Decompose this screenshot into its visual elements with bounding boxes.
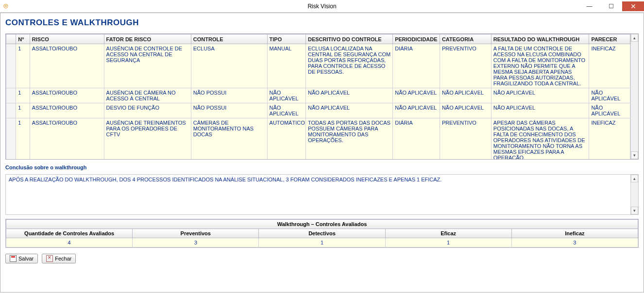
col-fator[interactable]: FATOR DE RISCO	[104, 34, 191, 44]
app-icon: ⊜	[3, 2, 11, 10]
cell-resultado[interactable]: NÃO APLICÁVEL	[491, 103, 589, 118]
summary-col-eficaz: Eficaz	[385, 229, 511, 238]
cell-tipo[interactable]: NÃO APLICÁVEL	[267, 88, 305, 103]
save-icon	[10, 255, 17, 262]
row-gutter[interactable]	[6, 88, 16, 103]
summary-container: Walkthrough – Controles Avaliados Quanti…	[5, 219, 639, 248]
col-controle[interactable]: CONTROLE	[191, 34, 267, 44]
conclusion-text: APÓS A REALIZAÇÃO DO WALKTHROUGH, DOS 4 …	[6, 175, 630, 184]
table-row[interactable]: 1ASSALTO/ROUBOAUSÊNCIA DE CÂMERA NO ACES…	[6, 88, 630, 103]
cell-fator[interactable]: AUSÊNCIA DE CONTROLE DE ACESSO NA CENTRA…	[104, 44, 191, 88]
cell-periodicidade[interactable]: NÃO APLICÁVEL	[393, 103, 440, 118]
cell-tipo[interactable]: NÃO APLICÁVEL	[267, 103, 305, 118]
cell-parecer[interactable]: NÃO APLICÁVEL	[589, 88, 630, 103]
window-title: Risk Vision	[307, 3, 336, 10]
cell-resultado[interactable]: APESAR DAS CÂMERAS POSICIONADAS NAS DOCA…	[491, 118, 589, 160]
scroll-down-icon[interactable]: ▾	[631, 151, 638, 159]
cell-periodicidade[interactable]: NÃO APLICÁVEL	[393, 88, 440, 103]
cell-controle[interactable]: NÃO POSSUI	[191, 103, 267, 118]
cell-risco[interactable]: ASSALTO/ROUBO	[30, 88, 104, 103]
conclusion-label: Conclusão sobre o walkthrough	[5, 164, 639, 170]
cell-descritivo[interactable]: ECLUSA LOCALIZADA NA CENTRAL DE SEGURANÇ…	[305, 44, 392, 88]
cell-no[interactable]: 1	[16, 118, 30, 160]
cell-fator[interactable]: AUSÊNCIA DE CÂMERA NO ACESSO À CENTRAL	[104, 88, 191, 103]
window-titlebar: ⊜ Risk Vision — ☐ ✕	[0, 0, 644, 13]
save-button[interactable]: Salvar	[5, 254, 38, 263]
cell-tipo[interactable]: AUTOMÁTICO	[267, 118, 305, 160]
summary-val-preventivos: 3	[133, 238, 259, 247]
cell-categoria[interactable]: NÃO APLICÁVEL	[440, 88, 491, 103]
scroll-up-icon[interactable]: ▴	[631, 34, 638, 42]
summary-col-detectivos: Detectivos	[259, 229, 385, 238]
summary-val-ineficaz: 3	[511, 238, 638, 247]
cell-controle[interactable]: CÂMERAS DE MONITORAMENTO NAS DOCAS	[191, 118, 267, 160]
row-gutter[interactable]	[6, 118, 16, 160]
col-categoria[interactable]: CATEGORIA	[440, 34, 491, 44]
col-resultado[interactable]: RESULTADO DO WALKTHROUGH	[491, 34, 589, 44]
cell-controle[interactable]: ECLUSA	[191, 44, 267, 88]
page-title: CONTROLES E WALKTHROUGH	[5, 18, 639, 28]
cell-categoria[interactable]: NÃO APLICÁVEL	[440, 103, 491, 118]
cell-periodicidade[interactable]: DIÁRIA	[393, 118, 440, 160]
col-tipo[interactable]: TIPO	[267, 34, 305, 44]
summary-table: Walkthrough – Controles Avaliados Quanti…	[6, 219, 638, 247]
cell-resultado[interactable]: NÃO APLICÁVEL	[491, 88, 589, 103]
main-grid[interactable]: Nº RISCO FATOR DE RISCO CONTROLE TIPO DE…	[6, 34, 630, 159]
cell-parecer[interactable]: NÃO APLICÁVEL	[589, 103, 630, 118]
cell-no[interactable]: 1	[16, 88, 30, 103]
summary-col-preventivos: Preventivos	[133, 229, 259, 238]
summary-val-qtd: 4	[6, 238, 133, 247]
cell-fator[interactable]: AUSÊNCIA DE TREINAMENTOS PARA OS OPERADO…	[104, 118, 191, 160]
cell-resultado[interactable]: A FALTA DE UM CONTROLE DE ACESSO NA ELCU…	[491, 44, 589, 88]
summary-val-eficaz: 1	[385, 238, 511, 247]
col-parecer[interactable]: PARECER	[589, 34, 630, 44]
summary-col-ineficaz: Ineficaz	[511, 229, 638, 238]
summary-val-detectivos: 1	[259, 238, 385, 247]
close-icon	[46, 255, 53, 262]
cell-no[interactable]: 1	[16, 44, 30, 88]
col-gutter	[6, 34, 16, 44]
cell-descritivo[interactable]: NÃO APLICÁVEL	[305, 103, 392, 118]
cell-descritivo[interactable]: NÃO APLICÁVEL	[305, 88, 392, 103]
scroll-down-icon[interactable]: ▾	[631, 207, 638, 214]
scroll-up-icon[interactable]: ▴	[631, 175, 638, 182]
cell-controle[interactable]: NÃO POSSUI	[191, 88, 267, 103]
cell-risco[interactable]: ASSALTO/ROUBO	[30, 103, 104, 118]
cell-risco[interactable]: ASSALTO/ROUBO	[30, 118, 104, 160]
cell-descritivo[interactable]: TODAS AS PORTAS DAS DOCAS POSSUEM CÂMERA…	[305, 118, 392, 160]
table-row[interactable]: 1ASSALTO/ROUBODESVIO DE FUNÇÃONÃO POSSUI…	[6, 103, 630, 118]
col-risco[interactable]: RISCO	[30, 34, 104, 44]
cell-risco[interactable]: ASSALTO/ROUBO	[30, 44, 104, 88]
row-gutter[interactable]	[6, 103, 16, 118]
main-grid-container: Nº RISCO FATOR DE RISCO CONTROLE TIPO DE…	[5, 33, 639, 160]
cell-parecer[interactable]: INEFICAZ	[589, 118, 630, 160]
cell-parecer[interactable]: INEFICAZ	[589, 44, 630, 88]
close-button-label: Fechar	[55, 256, 71, 261]
col-no[interactable]: Nº	[16, 34, 30, 44]
close-button[interactable]: Fechar	[42, 254, 76, 263]
cell-categoria[interactable]: PREVENTIVO	[440, 44, 491, 88]
summary-col-qtd: Quantidade de Controles Avaliados	[6, 229, 133, 238]
save-button-label: Salvar	[18, 256, 34, 261]
table-row[interactable]: 1ASSALTO/ROUBOAUSÊNCIA DE TREINAMENTOS P…	[6, 118, 630, 160]
cell-periodicidade[interactable]: DIÁRIA	[393, 44, 440, 88]
cell-categoria[interactable]: PREVENTIVO	[440, 118, 491, 160]
conclusion-vertical-scrollbar[interactable]: ▴ ▾	[630, 175, 638, 214]
grid-vertical-scrollbar[interactable]: ▴ ▾	[630, 34, 638, 159]
conclusion-textarea[interactable]: APÓS A REALIZAÇÃO DO WALKTHROUGH, DOS 4 …	[5, 174, 639, 215]
close-window-button[interactable]: ✕	[622, 1, 644, 11]
cell-tipo[interactable]: MANUAL	[267, 44, 305, 88]
row-gutter[interactable]	[6, 44, 16, 88]
col-descritivo[interactable]: DESCRITIVO DO CONTROLE	[305, 34, 392, 44]
cell-fator[interactable]: DESVIO DE FUNÇÃO	[104, 103, 191, 118]
table-row[interactable]: 1ASSALTO/ROUBOAUSÊNCIA DE CONTROLE DE AC…	[6, 44, 630, 88]
maximize-button[interactable]: ☐	[600, 1, 622, 11]
summary-caption: Walkthrough – Controles Avaliados	[6, 220, 638, 229]
cell-no[interactable]: 1	[16, 103, 30, 118]
col-periodicidade[interactable]: PERIODICIDADE	[393, 34, 440, 44]
minimize-button[interactable]: —	[578, 1, 600, 11]
